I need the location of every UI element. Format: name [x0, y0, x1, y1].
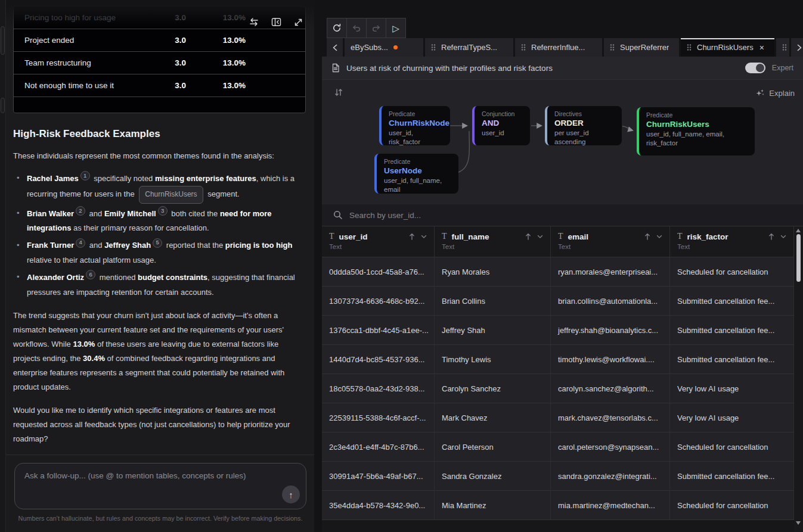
tabs-scroll-left[interactable] — [327, 38, 343, 57]
sort-ascending-icon[interactable] — [768, 233, 774, 240]
search-bar[interactable]: Search by user_id... — [322, 204, 803, 226]
chat-scroll-area[interactable]: Pricing too high for usage 3.0 13.0% Pro… — [6, 0, 314, 455]
table-row[interactable]: 1376cca1-dbbf-4c45-a1ee-... Jeffrey Shah… — [322, 316, 794, 345]
citation-badge[interactable]: 2 — [76, 206, 85, 216]
cell-full-name: Sandra Gonzalez — [435, 462, 551, 490]
scrollbar-thumb[interactable] — [796, 234, 801, 282]
tab[interactable]: SuperReferrer — [604, 38, 679, 57]
column-name: user_id — [339, 232, 404, 241]
citation-badge[interactable]: 6 — [86, 270, 95, 279]
table-row[interactable]: 30991a47-5b6a-49af-b67... Sandra Gonzale… — [322, 462, 794, 491]
cell-email: ryan.morales@enterpriseai... — [551, 257, 670, 286]
description-bar: Users at risk of churning with their pro… — [322, 57, 803, 79]
search-icon — [333, 210, 343, 220]
table-row[interactable]: 22539115-5388-4c6f-accf-... Mark Chavez … — [322, 403, 794, 433]
column-header[interactable]: T user_id Text — [322, 226, 435, 257]
toggle-knob — [756, 64, 764, 72]
drag-handle-icon[interactable] — [610, 43, 615, 51]
swap-icon[interactable] — [247, 15, 261, 29]
table-row[interactable]: 18c05578-0aa2-43d2-938... Carolyn Sanche… — [322, 374, 794, 403]
citation-badge[interactable]: 1 — [80, 171, 90, 181]
table-row[interactable]: 35e4dda4-b578-4342-9e0... Mia Martinez m… — [322, 491, 794, 520]
feedback-table-row[interactable]: Not enough time to use it 3.0 13.0% — [14, 74, 305, 97]
collapse-panel-icon[interactable] — [269, 15, 283, 29]
column-menu-icon[interactable] — [656, 235, 662, 239]
explain-button[interactable]: Explain — [755, 88, 795, 98]
graph-node[interactable]: Predicate UserNode user_id, full_name, e… — [374, 154, 458, 194]
feedback-count: 3.0 — [144, 13, 186, 22]
feedback-table-row[interactable] — [14, 97, 305, 113]
node-title: ORDER — [554, 119, 615, 127]
table-chip[interactable]: ChurnRiskUsers — [139, 186, 203, 204]
cell-risk-factor: Submitted cancellation fee... — [670, 462, 794, 490]
citation-badge[interactable]: 5 — [153, 238, 162, 248]
table-row[interactable]: 2c3e4d01-e4ff-4b7c-87b6... Carol Peterso… — [322, 433, 794, 462]
scroll-up-icon[interactable] — [796, 229, 801, 232]
rail-handle[interactable] — [1, 98, 5, 113]
sort-ascending-icon[interactable] — [525, 233, 531, 240]
rail-handle[interactable] — [1, 26, 5, 55]
graph-node[interactable]: Conjunction AND user_id — [472, 106, 530, 145]
column-type: Text — [329, 243, 429, 250]
query-description: Users at risk of churning with their pro… — [346, 64, 739, 73]
refresh-button[interactable] — [327, 18, 347, 38]
query-graph-canvas[interactable]: Explain Predicate ChurnRiskNode user_id,… — [322, 79, 803, 204]
column-menu-icon[interactable] — [421, 235, 427, 239]
follow-up-input[interactable]: Ask a follow-up... (use @ to mention tab… — [14, 463, 306, 509]
column-menu-icon[interactable] — [780, 235, 786, 239]
cell-risk-factor: Very low AI usage — [670, 403, 794, 432]
undo-button[interactable] — [346, 18, 367, 38]
chat-panel-controls — [247, 15, 305, 29]
expert-toggle[interactable] — [745, 63, 765, 73]
table-row[interactable]: 1440d7d4-bc85-4537-936... Timothy Lewis … — [322, 345, 794, 374]
drag-handle-icon[interactable] — [687, 43, 692, 51]
column-header[interactable]: T email Text — [551, 226, 670, 257]
tab[interactable]: eBySubs... — [345, 38, 423, 57]
scroll-down-icon[interactable] — [796, 521, 801, 525]
column-header[interactable]: T full_name Text — [435, 226, 551, 257]
node-title: ChurnRiskNode — [389, 119, 443, 127]
table-body: 0ddda50d-1ccd-45a8-a76... Ryan Morales r… — [322, 257, 794, 520]
sort-ascending-icon[interactable] — [409, 233, 415, 240]
expand-icon[interactable] — [292, 15, 305, 29]
tab[interactable]: ReferrerInflue... — [515, 38, 602, 57]
tab[interactable]: ChurnRiskUsers × — [681, 38, 774, 57]
sort-ascending-icon[interactable] — [644, 233, 650, 240]
tab[interactable]: ReferralTypeS... — [425, 38, 513, 57]
node-title: AND — [482, 119, 523, 127]
feedback-count: 3.0 — [144, 58, 186, 67]
vertical-scrollbar[interactable] — [794, 226, 803, 532]
redo-button[interactable] — [366, 18, 386, 38]
graph-node[interactable]: Directives ORDER per user_id ascending — [545, 106, 622, 145]
sort-order-icon[interactable] — [334, 88, 343, 97]
table-row[interactable]: 0ddda50d-1ccd-45a8-a76... Ryan Morales r… — [322, 257, 794, 287]
feedback-table-row[interactable]: Project ended 3.0 13.0% — [14, 29, 305, 52]
tabs-scroll-right[interactable] — [791, 38, 803, 57]
citation-badge[interactable]: 4 — [76, 238, 85, 248]
feedback-count: 3.0 — [144, 36, 186, 45]
cell-email: timothy.lewis@workflowai.... — [551, 345, 670, 374]
send-button[interactable]: ↑ — [282, 486, 300, 503]
column-type: Text — [442, 243, 545, 250]
close-icon[interactable]: × — [759, 43, 764, 52]
cell-email: sandra.gonzalez@integrati... — [551, 462, 670, 490]
text-type-icon: T — [558, 232, 563, 241]
node-fields: user_id, full_name, email, risk_factor — [646, 130, 748, 148]
tab[interactable] — [776, 38, 789, 57]
node-kind: Predicate — [389, 110, 443, 117]
graph-node[interactable]: Predicate ChurnRiskUsers user_id, full_n… — [637, 107, 755, 155]
drag-handle-icon[interactable] — [521, 43, 526, 51]
graph-node[interactable]: Predicate ChurnRiskNode user_id, risk_fa… — [379, 106, 450, 145]
drag-handle-icon[interactable] — [431, 43, 436, 51]
drag-handle-icon[interactable] — [782, 43, 787, 51]
feedback-percent: 13.0% — [186, 36, 246, 45]
node-title: ChurnRiskUsers — [646, 120, 748, 129]
feedback-table-row[interactable]: Team restructuring 3.0 13.0% — [14, 52, 305, 74]
column-menu-icon[interactable] — [537, 235, 543, 239]
run-button[interactable]: ▷ — [386, 18, 406, 38]
column-header[interactable]: T risk_factor Text — [670, 226, 794, 257]
table-row[interactable]: 13073734-6636-468c-b92... Brian Collins … — [322, 287, 794, 316]
citation-badge[interactable]: 3 — [158, 206, 168, 216]
node-fields: user_id, full_name, email — [384, 176, 451, 194]
cell-full-name: Mark Chavez — [435, 403, 551, 432]
